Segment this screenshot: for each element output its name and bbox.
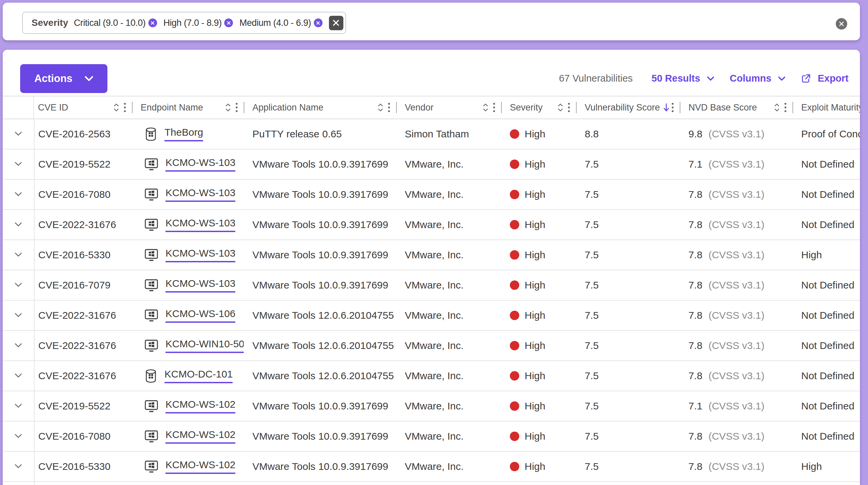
endpoint-link[interactable]: KCMO-WS-103 — [165, 187, 235, 202]
severity-dot — [510, 371, 519, 380]
application-cell: VMware Tools 12.0.6.20104755 — [244, 310, 396, 321]
column-header-application-name[interactable]: Application Name — [244, 96, 396, 119]
actions-label: Actions — [34, 73, 72, 85]
vendor-cell: VMware, Inc. — [396, 310, 501, 321]
table-row: CVE-2022-31676 KCMO-WS-103 VMware Tools … — [3, 210, 860, 240]
vulnerability-count: 67 Vulnerabilities — [559, 73, 633, 84]
endpoint-cell: KCMO-WS-102 — [132, 459, 244, 474]
vendor-cell: VMware, Inc. — [396, 159, 501, 170]
severity-dot — [510, 281, 519, 290]
vulnerability-score-cell: 7.5 — [576, 280, 680, 291]
workstation-icon — [145, 460, 158, 473]
endpoint-link[interactable]: KCMO-DC-101 — [164, 368, 232, 383]
expand-row-button[interactable] — [14, 192, 22, 198]
actions-button[interactable]: Actions — [20, 64, 107, 93]
column-menu-icon[interactable] — [236, 103, 238, 113]
expand-row-button[interactable] — [14, 222, 22, 228]
column-header-nvd-base-score[interactable]: NVD Base Score — [680, 96, 793, 119]
close-filter-bar-button[interactable] — [836, 18, 847, 30]
severity-cell: High — [501, 249, 576, 261]
table-row: CVE-2016-7080 KCMO-WS-103 VMware Tools 1… — [3, 180, 860, 210]
cvss-version-label: (CVSS v3.1) — [709, 219, 765, 230]
nvd-score-cell: 7.8(CVSS v3.1) — [680, 431, 793, 442]
nvd-score-cell: 7.8(CVSS v3.1) — [680, 280, 793, 291]
sort-icon[interactable] — [558, 103, 563, 112]
filter-bar: Severity Critical (9.0 - 10.0)High (7.0 … — [3, 3, 860, 40]
column-menu-icon[interactable] — [493, 103, 495, 113]
chevron-down-icon — [778, 76, 785, 81]
cve-id-cell: CVE-2019-5522 — [34, 159, 132, 170]
column-menu-icon[interactable] — [568, 103, 570, 113]
endpoint-link[interactable]: KCMO-WS-102 — [165, 429, 235, 444]
endpoint-link[interactable]: KCMO-WS-103 — [165, 157, 235, 172]
sort-icon[interactable] — [114, 103, 119, 112]
endpoint-link[interactable]: KCMO-WS-103 — [165, 278, 235, 292]
expand-row-button[interactable] — [14, 313, 22, 318]
expand-row-button[interactable] — [14, 343, 22, 349]
nvd-score-cell: 7.8(CVSS v3.1) — [680, 461, 793, 472]
workstation-icon — [145, 279, 158, 291]
column-header-vendor[interactable]: Vendor — [396, 96, 501, 119]
vulnerability-score-cell: 7.5 — [576, 461, 680, 472]
vulnerability-score-cell: 7.5 — [576, 400, 680, 412]
expand-row-button[interactable] — [14, 283, 22, 288]
endpoint-cell: KCMO-WS-103 — [132, 217, 244, 232]
endpoint-link[interactable]: KCMO-WS-102 — [165, 459, 235, 474]
endpoint-link[interactable]: KCMO-WS-103 — [165, 248, 235, 262]
severity-cell: High — [501, 189, 576, 200]
sort-descending-icon[interactable] — [662, 103, 670, 112]
column-header-endpoint-name[interactable]: Endpoint Name — [132, 96, 244, 119]
expand-row-button[interactable] — [14, 162, 22, 167]
expand-row-button[interactable] — [14, 373, 22, 379]
endpoint-link[interactable]: KCMO-WIN10-50 — [165, 338, 244, 353]
export-button[interactable]: Export — [801, 73, 848, 84]
application-cell: VMware Tools 12.0.6.20104755 — [244, 370, 396, 381]
column-menu-icon[interactable] — [124, 103, 126, 113]
cve-id-cell: CVE-2019-5522 — [34, 400, 132, 412]
toolbar-right: 67 Vulnerabilities 50 Results Columns Ex… — [559, 73, 848, 84]
vendor-cell: VMware, Inc. — [396, 431, 501, 442]
close-icon — [838, 21, 844, 27]
chevron-down-icon — [14, 162, 22, 166]
vendor-cell: VMware, Inc. — [396, 249, 501, 261]
clear-severity-filter-button[interactable] — [329, 16, 343, 30]
remove-chip-button[interactable] — [314, 19, 322, 27]
nvd-score-cell: 7.8(CVSS v3.1) — [680, 310, 793, 321]
workstation-icon — [145, 309, 158, 322]
endpoint-link[interactable]: KCMO-WS-103 — [165, 217, 235, 232]
column-header-vulnerability-score[interactable]: Vulnerability Score — [576, 96, 680, 119]
column-header-severity[interactable]: Severity — [501, 96, 576, 119]
results-per-page-dropdown[interactable]: 50 Results — [651, 73, 714, 84]
column-menu-icon[interactable] — [388, 103, 390, 113]
expand-row-button[interactable] — [14, 464, 22, 469]
columns-dropdown[interactable]: Columns — [730, 73, 785, 84]
column-header-cve-id[interactable]: CVE ID — [34, 96, 132, 119]
sort-icon[interactable] — [483, 103, 488, 112]
sort-icon[interactable] — [378, 103, 383, 112]
cve-id-cell: CVE-2022-31676 — [34, 219, 132, 230]
remove-chip-button[interactable] — [148, 19, 157, 27]
severity-cell: High — [501, 128, 576, 140]
expand-row-button[interactable] — [14, 252, 22, 258]
severity-dot — [510, 129, 519, 139]
expand-row-button[interactable] — [14, 131, 22, 137]
vendor-cell: VMware, Inc. — [396, 370, 501, 381]
chevron-down-icon — [14, 343, 22, 348]
sort-icon[interactable] — [774, 103, 780, 112]
column-menu-icon[interactable] — [672, 103, 674, 113]
cvss-version-label: (CVSS v3.1) — [709, 431, 765, 442]
expand-row-button[interactable] — [14, 403, 22, 409]
application-cell: VMware Tools 10.0.9.3917699 — [244, 219, 396, 230]
table-row: CVE-2019-5522 KCMO-WS-102 VMware Tools 1… — [3, 391, 860, 422]
endpoint-link[interactable]: KCMO-WS-106 — [165, 308, 235, 323]
sort-icon[interactable] — [225, 103, 231, 112]
vendor-cell: VMware, Inc. — [396, 219, 501, 230]
column-menu-icon[interactable] — [784, 103, 786, 113]
remove-chip-button[interactable] — [224, 19, 233, 27]
column-header-exploit-maturity[interactable]: Exploit Maturity — [793, 96, 860, 119]
workstation-icon — [145, 400, 158, 412]
expand-row-button[interactable] — [14, 434, 22, 439]
endpoint-link[interactable]: TheBorg — [164, 126, 203, 141]
endpoint-link[interactable]: KCMO-WS-102 — [165, 399, 235, 413]
exploit-maturity-cell: Not Defined — [793, 400, 860, 412]
